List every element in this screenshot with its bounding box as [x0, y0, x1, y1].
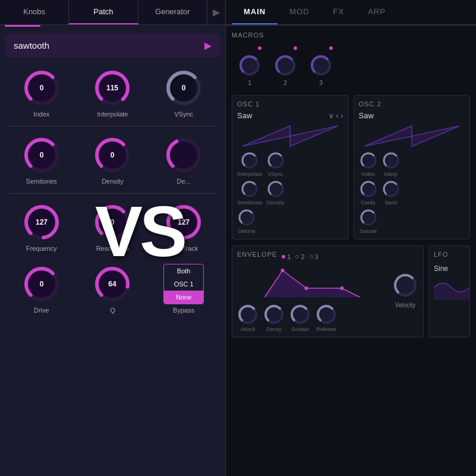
knob-frequency-label: Frequency — [26, 245, 57, 252]
svg-text:64: 64 — [109, 280, 117, 288]
tab-patch[interactable]: Patch — [69, 0, 138, 24]
tab-knobs[interactable]: Knobs — [0, 0, 69, 24]
patch-name: sawtooth — [14, 40, 49, 51]
osc2-wave[interactable]: Saw — [359, 111, 374, 120]
osc2-semi-label: Semi — [384, 200, 397, 206]
osc2-cents: Cents — [359, 179, 378, 206]
bypass-dropdown[interactable]: Both OSC 1 None — [163, 264, 204, 304]
osc-row: OSC 1 Saw ∨ ‹ › — [232, 95, 470, 239]
knob-density: 0 Density — [80, 135, 146, 185]
tab-fx[interactable]: FX — [321, 0, 357, 24]
osc2-box: OSC 2 Saw — [354, 95, 471, 239]
tab-arp[interactable]: ARP — [356, 0, 398, 24]
svg-marker-51 — [364, 126, 459, 146]
knobs-row3: 127 Frequency 0 Resonance 127 — [0, 196, 225, 258]
release-knob: Release — [316, 304, 337, 332]
osc1-interpolate: Interpolate — [237, 151, 263, 177]
right-panel: MAIN MOD FX ARP MACROS 1 — [226, 0, 476, 476]
knob-q: 64 Q — [80, 264, 146, 314]
left-panel: Knobs Patch Generator ▶ sawtooth ▶ 0 Ind… — [0, 0, 226, 476]
osc1-arrows: ∨ ‹ › — [329, 112, 343, 120]
knob-keytrack-label: Key Track — [169, 245, 198, 252]
macro-1-label: 1 — [248, 80, 251, 86]
knob-resonance: 0 Resonance — [80, 202, 146, 252]
release-label: Release — [316, 326, 336, 332]
svg-text:127: 127 — [36, 218, 48, 226]
osc2-index-label: Index — [361, 171, 374, 177]
envelope-header: ENVELOPE 1 2 3 — [237, 251, 418, 263]
knob-index-label: Index — [33, 111, 49, 118]
osc1-detune-label: Detune — [238, 228, 255, 234]
osc1-knobs-row1: Interpolate VSync — [237, 151, 343, 177]
decay-knob: Decay — [263, 304, 285, 332]
expand-arrow[interactable]: ▶ — [207, 0, 225, 24]
bypass-option-both[interactable]: Both — [164, 264, 203, 278]
osc1-next-icon[interactable]: › — [341, 112, 343, 120]
macro-2-knob[interactable] — [273, 53, 297, 77]
macro-1-knob[interactable] — [238, 53, 261, 77]
svg-text:0: 0 — [39, 84, 43, 92]
knobs-row4: 0 Drive 64 Q Both OSC 1 None Bypas — [0, 258, 225, 320]
knob-keytrack: 127 Key Track — [151, 202, 216, 252]
tab-mod[interactable]: MOD — [278, 0, 321, 24]
bypass-option-none[interactable]: None — [164, 291, 203, 304]
osc2-detune: Detune — [359, 208, 378, 234]
svg-point-64 — [305, 286, 308, 290]
svg-text:0: 0 — [39, 280, 43, 288]
svg-text:127: 127 — [178, 218, 190, 226]
tab-generator[interactable]: Generator — [138, 0, 207, 24]
svg-text:0: 0 — [182, 84, 186, 92]
right-tabs: MAIN MOD FX ARP — [226, 0, 476, 26]
lfo-waveform — [434, 276, 469, 300]
envelope-label: ENVELOPE — [237, 251, 277, 258]
knob-semitones-label: Semitones — [26, 178, 57, 185]
osc1-prev-icon[interactable]: ‹ — [336, 112, 339, 120]
macro-3: 3 — [309, 46, 333, 86]
svg-marker-62 — [265, 270, 360, 297]
osc2-selector: Saw — [359, 111, 465, 120]
knob-resonance-label: Resonance — [96, 245, 130, 252]
osc1-dropdown-icon[interactable]: ∨ — [329, 112, 334, 120]
macro-3-knob[interactable] — [309, 53, 333, 77]
bottom-row: ENVELOPE 1 2 3 — [232, 245, 470, 343]
osc2-waveform — [359, 124, 465, 147]
bypass-label: Bypass — [173, 307, 194, 314]
macros-section: MACROS 1 2 — [232, 31, 470, 89]
env-tab-1[interactable]: 1 — [282, 253, 291, 260]
knob-vsync-label: VSync — [174, 111, 193, 118]
tab-main[interactable]: MAIN — [232, 0, 278, 24]
velocity-col: Velocity — [392, 267, 418, 332]
knob-density-label: Density — [102, 178, 124, 185]
knob-interpolate-label: Interpolate — [97, 111, 128, 118]
osc1-box: OSC 1 Saw ∨ ‹ › — [232, 95, 349, 239]
env-tab-3[interactable]: 3 — [310, 253, 319, 260]
knobs-row2: 0 Semitones 0 Density — [0, 129, 225, 191]
bypass-option-osc1[interactable]: OSC 1 — [164, 278, 203, 291]
sustain-label: Sustain — [291, 326, 309, 332]
velocity-knob[interactable] — [392, 272, 418, 298]
patch-name-bar[interactable]: sawtooth ▶ — [5, 34, 220, 57]
envelope-display: Attack Decay — [237, 267, 387, 332]
osc1-vsync-label: VSync — [268, 171, 283, 177]
osc1-detune: Detune — [237, 208, 256, 234]
lfo-wave-name: Sine — [434, 264, 448, 273]
osc2-detune-label: Detune — [360, 228, 377, 234]
sustain-knob: Sustain — [289, 304, 311, 332]
osc1-knobs-row2: Semitones Density — [237, 179, 343, 206]
osc1-waveform — [237, 124, 343, 147]
bypass-container: Both OSC 1 None Bypass — [151, 264, 216, 314]
knob-drive: 0 Drive — [9, 264, 74, 314]
osc2-knobs-row1: Index Interp — [359, 151, 465, 177]
osc2-knobs-row2: Cents Semi — [359, 179, 465, 206]
osc1-semitones: Semitones — [237, 179, 263, 206]
knobs-row1: 0 Index 115 Interpolate 0 — [0, 62, 225, 124]
macro-2-label: 2 — [283, 80, 287, 86]
knob-semitones: 0 Semitones — [9, 135, 74, 185]
env-tab-2[interactable]: 2 — [295, 253, 304, 260]
knob-detune-left-label: De... — [177, 178, 191, 185]
envelope-content: Attack Decay — [237, 267, 418, 332]
osc1-wave[interactable]: Saw — [237, 111, 252, 120]
svg-text:115: 115 — [106, 84, 118, 92]
osc1-selector: Saw ∨ ‹ › — [237, 111, 343, 120]
knob-index: 0 Index — [9, 68, 74, 118]
